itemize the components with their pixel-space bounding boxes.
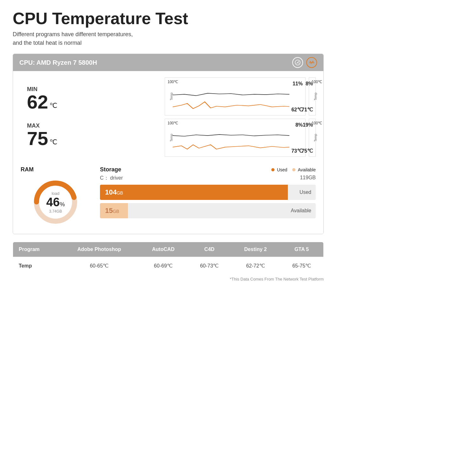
- ram-title: RAM: [21, 166, 90, 173]
- speedometer-icon[interactable]: [292, 57, 303, 68]
- available-label-outside: Available: [291, 208, 311, 214]
- available-bar-bg: 15GB Available: [100, 203, 316, 218]
- available-bar-fill: 15GB: [100, 203, 128, 218]
- chart-1-percent: 11%: [293, 81, 303, 87]
- available-bar-row: 15GB Available: [100, 203, 316, 218]
- chart-1-top-label: 100℃: [168, 80, 178, 84]
- row-photoshop: 60-65℃: [60, 257, 139, 275]
- chart-2-value: 71℃: [301, 107, 313, 113]
- cpu-card: CPU: AMD Ryzen 7 5800H 100℃: [13, 54, 324, 234]
- chart-2-top-label: 100℃: [312, 80, 322, 84]
- chart-4: 100℃ Temp 19% 75℃: [309, 119, 316, 157]
- used-bar-row: 104GB Used: [100, 185, 316, 200]
- minmax-panel: MIN 62 ℃ MAX 75 ℃: [21, 77, 162, 157]
- donut-center: load 46% 3.74GB: [46, 191, 65, 214]
- chart-3: 100℃ Temp 8% 73℃: [165, 119, 306, 157]
- chart-3-svg: [173, 126, 289, 153]
- donut-gb: 3.74GB: [46, 209, 65, 214]
- ram-storage-row: RAM load 46% 3.7: [21, 166, 316, 228]
- available-dot: [292, 168, 295, 171]
- program-table: Program Adobe Photoshop AutoCAD C4D Dest…: [13, 242, 324, 275]
- header-icons: [292, 57, 317, 68]
- col-c4d: C4D: [188, 242, 231, 257]
- chart-2-percent: 8%: [306, 81, 313, 87]
- chart-4-temp-label: Temp: [314, 134, 317, 142]
- cpu-title: CPU: AMD Ryzen 7 5800H: [19, 59, 97, 66]
- max-value: 75 ℃: [27, 129, 155, 148]
- charts-grid: 100℃ Temp 11% 62℃ 100℃ Temp 8% 71℃: [21, 77, 316, 157]
- legend-used: Used: [271, 167, 288, 172]
- donut-percent: 46%: [46, 196, 65, 209]
- min-item: MIN 62 ℃: [27, 86, 155, 112]
- table-header-row: Program Adobe Photoshop AutoCAD C4D Dest…: [13, 242, 324, 257]
- page-title: CPU Temperature Test: [13, 10, 324, 28]
- col-program: Program: [13, 242, 60, 257]
- table-row: Temp 60-65℃ 60-69℃ 60-73℃ 62-72℃ 65-75℃: [13, 257, 324, 275]
- storage-section: Storage Used Available C： driver: [100, 166, 316, 221]
- used-dot: [271, 168, 274, 171]
- row-destiny: 62-72℃: [231, 257, 280, 275]
- chart-3-percent: 8%: [295, 122, 303, 128]
- row-c4d: 60-73℃: [188, 257, 231, 275]
- row-label: Temp: [13, 257, 60, 275]
- col-destiny: Destiny 2: [231, 242, 280, 257]
- max-item: MAX 75 ℃: [27, 122, 155, 148]
- chart-3-value: 73℃: [291, 148, 303, 154]
- waveform-icon[interactable]: [306, 57, 317, 68]
- driver-total: 119GB: [300, 175, 316, 182]
- chart-2-temp-label: Temp: [314, 93, 317, 100]
- available-bar-label: 15GB: [105, 207, 119, 215]
- chart-1: 100℃ Temp 11% 62℃: [165, 77, 306, 116]
- chart-2: 100℃ Temp 8% 71℃: [309, 77, 316, 116]
- card-body: 100℃ Temp 11% 62℃ 100℃ Temp 8% 71℃: [13, 71, 323, 234]
- chart-1-value: 62℃: [291, 107, 303, 113]
- col-photoshop: Adobe Photoshop: [60, 242, 139, 257]
- driver-label: C： driver: [100, 175, 123, 182]
- storage-driver-row: C： driver 119GB: [100, 175, 316, 182]
- donut-load-label: load: [46, 191, 65, 196]
- page-subtitle: Different programs have different temper…: [13, 30, 324, 47]
- used-bar-label: 104GB: [105, 188, 123, 196]
- chart-4-percent: 19%: [303, 122, 313, 128]
- used-bar-fill: 104GB: [100, 185, 288, 200]
- chart-1-svg: [173, 85, 289, 112]
- col-autocad: AutoCAD: [139, 242, 188, 257]
- footnote: *This Data Comes From The Network Test P…: [13, 277, 324, 281]
- col-gta: GTA 5: [280, 242, 323, 257]
- min-value: 62 ℃: [27, 93, 155, 112]
- card-header: CPU: AMD Ryzen 7 5800H: [13, 54, 323, 71]
- chart-3-top-label: 100℃: [168, 121, 178, 125]
- legend-available: Available: [292, 167, 316, 172]
- storage-legend: Used Available: [271, 167, 316, 172]
- row-autocad: 60-69℃: [139, 257, 188, 275]
- used-label-outside: Used: [300, 189, 311, 195]
- storage-header: Storage Used Available: [100, 166, 316, 173]
- donut-chart: load 46% 3.74GB: [30, 177, 81, 228]
- chart-4-value: 75℃: [301, 148, 313, 154]
- row-gta: 65-75℃: [280, 257, 323, 275]
- storage-title: Storage: [100, 166, 121, 173]
- used-bar-bg: 104GB Used: [100, 185, 316, 200]
- ram-section: RAM load 46% 3.7: [21, 166, 90, 228]
- chart-4-top-label: 100℃: [312, 121, 322, 125]
